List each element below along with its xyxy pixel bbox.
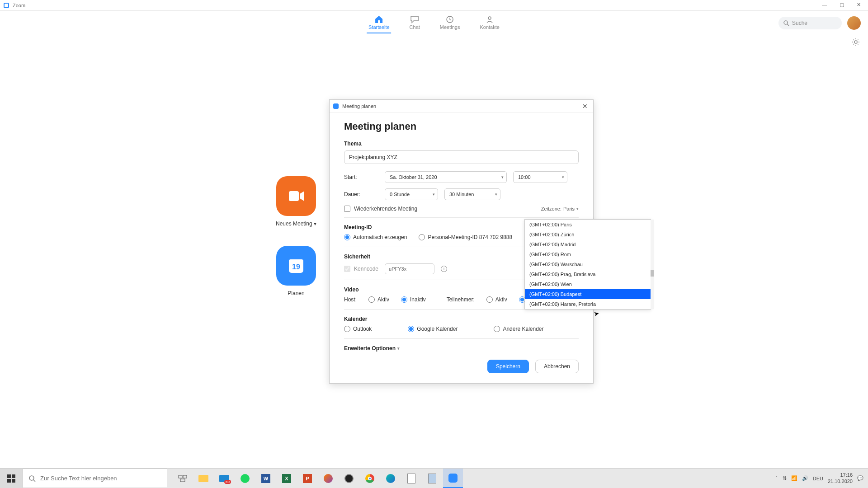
- kenncode-input[interactable]: [385, 263, 434, 274]
- tab-meetings[interactable]: Meetings: [438, 13, 462, 33]
- svg-rect-15: [179, 475, 182, 478]
- timezone-option[interactable]: (GMT+02:00) Harare, Pretoria: [525, 299, 651, 309]
- tray-network-icon[interactable]: ⇅: [783, 475, 787, 481]
- thema-input[interactable]: [344, 150, 579, 164]
- zoom-logo-icon: [333, 103, 339, 109]
- scrollbar-track[interactable]: [651, 220, 654, 309]
- window-titlebar: Zoom — ▢ ✕: [0, 0, 868, 11]
- svg-point-13: [29, 476, 34, 480]
- info-icon[interactable]: i: [441, 266, 447, 272]
- tray-clock[interactable]: 17:16 21.10.2020: [828, 472, 853, 484]
- maximize-button[interactable]: ▢: [840, 2, 844, 8]
- new-meeting-button[interactable]: Neues Meeting ▾: [276, 176, 316, 227]
- mail-icon[interactable]: 69: [214, 469, 234, 488]
- search-icon: [28, 475, 36, 482]
- windows-taskbar: Zur Suche Text hier eingeben 69 W X P ˄ …: [0, 468, 868, 488]
- cal-outlook-radio[interactable]: Outlook: [344, 326, 372, 332]
- start-label: Start:: [344, 174, 378, 180]
- powerpoint-icon[interactable]: P: [297, 469, 317, 488]
- svg-point-2: [784, 21, 788, 24]
- spotify-icon[interactable]: [235, 469, 255, 488]
- home-icon: [374, 15, 384, 23]
- cal-other-radio[interactable]: Andere Kalender: [494, 326, 543, 332]
- dauer-label: Dauer:: [344, 191, 378, 197]
- tray-volume-icon[interactable]: 🔊: [802, 475, 808, 481]
- minimize-button[interactable]: —: [822, 2, 827, 8]
- timezone-option[interactable]: (GMT+02:00) Madrid: [525, 239, 651, 249]
- dialog-close-button[interactable]: ✕: [580, 103, 590, 110]
- tray-chevron-icon[interactable]: ˄: [775, 475, 778, 481]
- advanced-options-toggle[interactable]: Erweiterte Optionen: [344, 345, 579, 352]
- window-title: Zoom: [13, 3, 25, 8]
- new-meeting-label: Neues Meeting ▾: [276, 221, 316, 227]
- cal-google-radio[interactable]: Google Kalender: [408, 326, 458, 332]
- svg-line-14: [33, 480, 35, 482]
- tray-language[interactable]: DEU: [813, 476, 823, 481]
- tab-contacts[interactable]: Kontakte: [478, 13, 501, 33]
- timezone-option[interactable]: (GMT+02:00) Wien: [525, 279, 651, 289]
- search-input[interactable]: Suche: [778, 17, 842, 29]
- excel-icon[interactable]: X: [277, 469, 297, 488]
- timezone-option[interactable]: (GMT+02:00) Prag, Bratislava: [525, 269, 651, 279]
- time-select[interactable]: 10:00: [513, 171, 567, 183]
- start-button[interactable]: [0, 469, 23, 488]
- tab-home-label: Startseite: [368, 24, 389, 30]
- host-aktiv-radio[interactable]: Aktiv: [368, 296, 389, 303]
- teilnehmer-label: Teilnehmer:: [447, 296, 475, 303]
- svg-point-4: [854, 41, 857, 43]
- dauer-hours-select[interactable]: 0 Stunde: [385, 188, 438, 200]
- user-avatar[interactable]: [847, 16, 861, 30]
- video-icon: [287, 189, 305, 203]
- timezone-option[interactable]: (GMT+02:00) Warschau: [525, 259, 651, 269]
- kenncode-checkbox[interactable]: Kenncode: [344, 266, 378, 272]
- tab-meetings-label: Meetings: [440, 24, 460, 30]
- teilnehmer-aktiv-radio[interactable]: Aktiv: [486, 296, 507, 303]
- timezone-option[interactable]: (GMT+02:00) Budapest: [525, 289, 651, 299]
- timezone-option[interactable]: (GMT+02:00) Paris: [525, 220, 651, 230]
- zoom-taskbar-icon[interactable]: [443, 469, 463, 488]
- word-icon[interactable]: W: [256, 469, 276, 488]
- timezone-select[interactable]: Zeitzone: Paris: [541, 206, 579, 211]
- task-view-icon[interactable]: [173, 469, 193, 488]
- scrollbar-thumb[interactable]: [651, 270, 654, 277]
- timezone-option[interactable]: (GMT+02:00) Zürich: [525, 230, 651, 239]
- tab-chat[interactable]: Chat: [408, 13, 422, 33]
- mouse-cursor: ➤: [593, 310, 600, 318]
- search-icon: [783, 20, 789, 26]
- taskbar-search-placeholder: Zur Suche Text hier eingeben: [40, 475, 117, 482]
- svg-rect-17: [180, 479, 185, 482]
- thema-label: Thema: [344, 141, 579, 147]
- windows-icon: [7, 474, 15, 483]
- tray-wifi-icon[interactable]: 📶: [791, 475, 797, 481]
- svg-line-3: [787, 24, 789, 26]
- notifications-icon[interactable]: 💬: [857, 475, 863, 481]
- obs-icon[interactable]: [339, 469, 359, 488]
- firefox-icon[interactable]: [318, 469, 338, 488]
- tab-chat-label: Chat: [410, 24, 420, 30]
- recurring-checkbox[interactable]: Wiederkehrendes Meeting: [344, 206, 417, 212]
- schedule-button[interactable]: 19 Planen: [276, 246, 316, 296]
- settings-button[interactable]: [852, 38, 860, 48]
- app-icon-2[interactable]: [422, 469, 442, 488]
- date-select[interactable]: Sa. Oktober 31, 2020: [385, 171, 507, 183]
- svg-point-1: [488, 17, 491, 19]
- taskbar-search[interactable]: Zur Suche Text hier eingeben: [23, 469, 167, 488]
- explorer-icon[interactable]: [193, 469, 213, 488]
- app-icon[interactable]: [401, 469, 421, 488]
- chrome-icon[interactable]: [360, 469, 380, 488]
- svg-rect-12: [12, 479, 15, 483]
- dauer-minutes-select[interactable]: 30 Minuten: [444, 188, 500, 200]
- top-nav: Startseite Chat Meetings Kontakte Suche: [0, 11, 868, 35]
- svg-rect-7: [289, 259, 303, 263]
- tab-contacts-label: Kontakte: [480, 24, 499, 30]
- meeting-id-auto-radio[interactable]: Automatisch erzeugen: [344, 234, 407, 240]
- tab-home[interactable]: Startseite: [367, 13, 391, 33]
- cancel-button[interactable]: Abbrechen: [535, 360, 579, 373]
- save-button[interactable]: Speichern: [487, 360, 529, 373]
- meeting-id-pmi-radio[interactable]: Personal-Meeting-ID 874 702 9888: [419, 234, 512, 240]
- edge-icon[interactable]: [381, 469, 401, 488]
- close-button[interactable]: ✕: [857, 2, 861, 8]
- contacts-icon: [485, 15, 495, 23]
- timezone-option[interactable]: (GMT+02:00) Rom: [525, 249, 651, 259]
- host-inaktiv-radio[interactable]: Inaktiv: [401, 296, 426, 303]
